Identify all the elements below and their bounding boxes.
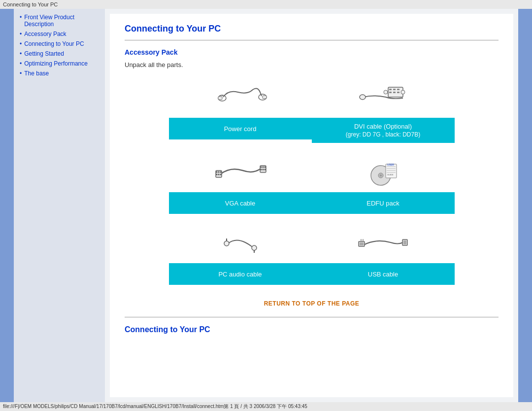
usb-cable-label: USB cable xyxy=(312,263,455,285)
svg-rect-1 xyxy=(218,97,222,100)
status-bar-text: file:///F|/OEM MODELS/philips/CD Manual/… xyxy=(3,403,307,410)
usb-cable-svg xyxy=(356,228,410,260)
svg-point-40 xyxy=(224,241,229,246)
svg-point-28 xyxy=(262,169,264,170)
vga-cable-svg xyxy=(213,157,267,189)
svg-text:USER: USER xyxy=(387,163,394,166)
power-cord-label: Power cord xyxy=(169,118,312,139)
product-cell-power-cord: Power cord xyxy=(169,78,312,153)
sidebar-link-optimizing[interactable]: Optimizing Performance xyxy=(24,60,88,67)
svg-point-26 xyxy=(264,166,266,168)
svg-rect-45 xyxy=(360,242,364,245)
svg-point-29 xyxy=(264,169,266,170)
svg-rect-47 xyxy=(403,240,406,244)
sidebar-item-connecting[interactable]: Connecting to Your PC xyxy=(20,40,99,47)
usb-cable-image xyxy=(351,224,415,263)
sidebar-nav: Front View Product Description Accessory… xyxy=(20,14,99,77)
edfu-pack-svg: USER GUIDE xyxy=(364,157,403,189)
sidebar-item-optimizing[interactable]: Optimizing Performance xyxy=(20,60,99,67)
product-cell-usb-cable: USB cable xyxy=(312,224,455,295)
svg-rect-12 xyxy=(397,92,399,93)
return-to-top-section: RETURN TO TOP OF THE PAGE xyxy=(125,300,499,307)
svg-point-20 xyxy=(216,173,217,175)
sidebar-link-accessory-pack[interactable]: Accessory Pack xyxy=(24,31,66,37)
edfu-pack-image: USER GUIDE xyxy=(359,153,408,192)
svg-point-22 xyxy=(220,173,221,175)
svg-rect-9 xyxy=(397,89,399,90)
product-grid: Power cord xyxy=(169,78,455,295)
sidebar: Front View Product Description Accessory… xyxy=(14,9,105,402)
svg-point-13 xyxy=(384,90,388,94)
return-to-top-link[interactable]: RETURN TO TOP OF THE PAGE xyxy=(264,300,360,307)
dvi-cable-label: DVI cable (Optional) (grey: DD 7G , blac… xyxy=(312,118,455,143)
status-bar: file:///F|/OEM MODELS/philips/CD Manual/… xyxy=(0,402,532,411)
svg-point-24 xyxy=(260,166,262,168)
content-wrapper: Connecting to Your PC Accessory Pack Unp… xyxy=(105,9,518,402)
page-title: Connecting to Your PC xyxy=(125,24,499,34)
svg-rect-3 xyxy=(263,96,266,99)
svg-point-18 xyxy=(218,171,219,172)
edfu-pack-label: EDFU pack xyxy=(312,192,455,214)
svg-rect-11 xyxy=(393,92,396,93)
top-divider xyxy=(125,40,499,40)
power-cord-image xyxy=(208,78,272,118)
section-title: Accessory Pack xyxy=(125,48,499,56)
title-bar-text: Connecting to Your PC xyxy=(3,1,58,7)
svg-point-14 xyxy=(401,90,405,94)
svg-point-17 xyxy=(216,171,217,172)
dvi-cable-svg xyxy=(359,82,408,114)
sidebar-link-connecting[interactable]: Connecting to Your PC xyxy=(24,40,84,47)
right-accent-bar xyxy=(518,9,532,402)
power-cord-svg xyxy=(213,82,267,114)
sidebar-item-getting-started[interactable]: Getting Started xyxy=(20,50,99,57)
svg-point-42 xyxy=(252,245,257,250)
svg-rect-8 xyxy=(393,89,396,90)
bottom-divider xyxy=(125,317,499,317)
vga-cable-image xyxy=(208,153,272,192)
svg-point-19 xyxy=(220,171,221,172)
vga-cable-label: VGA cable xyxy=(169,192,312,214)
sidebar-link-the-base[interactable]: The base xyxy=(24,70,49,77)
svg-point-27 xyxy=(260,169,262,170)
product-cell-vga-cable: VGA cable xyxy=(169,153,312,224)
svg-rect-7 xyxy=(389,89,392,90)
svg-point-21 xyxy=(218,173,219,175)
product-cell-audio-cable: PC audio cable xyxy=(169,224,312,295)
dvi-cable-image xyxy=(354,78,413,118)
svg-point-25 xyxy=(262,166,264,168)
left-accent-bar xyxy=(0,9,14,402)
svg-point-15 xyxy=(360,95,366,100)
sidebar-item-accessory-pack[interactable]: Accessory Pack xyxy=(20,31,99,37)
main-content: Connecting to Your PC Accessory Pack Unp… xyxy=(110,14,513,397)
audio-cable-label: PC audio cable xyxy=(169,263,312,285)
sidebar-item-front-view[interactable]: Front View Product Description xyxy=(20,14,99,28)
product-cell-dvi-cable: DVI cable (Optional) (grey: DD 7G , blac… xyxy=(312,78,455,153)
audio-cable-image xyxy=(216,224,265,263)
sidebar-link-front-view[interactable]: Front View Product Description xyxy=(24,14,99,28)
sidebar-item-the-base[interactable]: The base xyxy=(20,70,99,77)
svg-point-32 xyxy=(380,174,382,176)
svg-text:GUIDE: GUIDE xyxy=(387,173,394,176)
product-cell-edfu-pack: USER GUIDE EDFU pack xyxy=(312,153,455,224)
intro-text: Unpack all the parts. xyxy=(125,61,499,68)
svg-rect-10 xyxy=(389,92,392,93)
sidebar-link-getting-started[interactable]: Getting Started xyxy=(24,50,64,57)
footer-title: Connecting to Your PC xyxy=(125,325,499,334)
audio-cable-svg xyxy=(221,228,260,260)
